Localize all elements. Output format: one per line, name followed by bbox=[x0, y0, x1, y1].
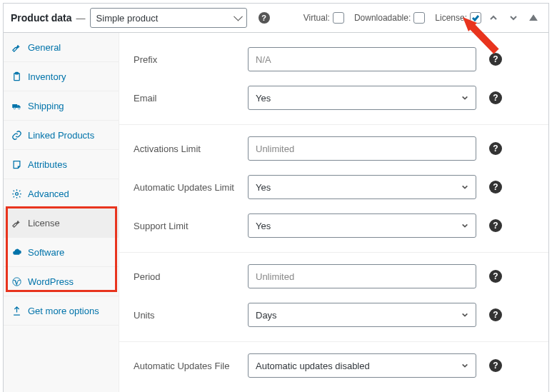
downloadable-label[interactable]: Downloadable: bbox=[354, 12, 425, 24]
svg-point-5 bbox=[18, 107, 20, 109]
svg-point-6 bbox=[15, 192, 18, 195]
help-icon[interactable]: ? bbox=[489, 181, 502, 194]
help-icon[interactable]: ? bbox=[489, 308, 502, 321]
svg-point-4 bbox=[14, 107, 16, 109]
tabs: General Inventory Shipping Linked Produc… bbox=[4, 33, 119, 392]
activations-limit-input[interactable] bbox=[248, 136, 476, 161]
prefix-input[interactable] bbox=[248, 47, 476, 71]
units-label: Units bbox=[134, 310, 241, 321]
period-label: Period bbox=[134, 271, 241, 282]
support-limit-select[interactable]: Yes bbox=[248, 213, 476, 238]
move-up-button[interactable] bbox=[486, 10, 501, 26]
note-icon bbox=[11, 159, 22, 170]
panel-body: General Inventory Shipping Linked Produc… bbox=[4, 33, 548, 392]
units-select[interactable]: Days bbox=[248, 303, 476, 327]
auto-updates-limit-select[interactable]: Yes bbox=[248, 175, 476, 199]
license-checkbox[interactable] bbox=[470, 12, 481, 24]
period-input[interactable] bbox=[248, 264, 476, 288]
svg-marker-0 bbox=[531, 16, 536, 20]
wrench-icon bbox=[11, 41, 22, 53]
tab-attributes[interactable]: Attributes bbox=[4, 150, 119, 179]
virtual-checkbox[interactable] bbox=[333, 12, 344, 24]
activations-limit-label: Activations Limit bbox=[134, 144, 241, 154]
auto-updates-file-label: Automatic Updates File bbox=[134, 361, 241, 371]
move-down-button[interactable] bbox=[506, 10, 521, 26]
help-icon[interactable]: ? bbox=[489, 142, 502, 155]
cloud-icon bbox=[11, 246, 22, 258]
tab-inventory[interactable]: Inventory bbox=[4, 62, 119, 91]
field-period: Period ? bbox=[119, 257, 548, 296]
tab-wordpress[interactable]: WordPress bbox=[4, 267, 119, 296]
truck-icon bbox=[11, 100, 22, 111]
tab-advanced[interactable]: Advanced bbox=[4, 179, 119, 208]
help-icon[interactable]: ? bbox=[489, 53, 502, 66]
fields-area: Prefix ? Email Yes ? Activations Limit ?… bbox=[119, 33, 548, 392]
tab-linked-products[interactable]: Linked Products bbox=[4, 121, 119, 150]
downloadable-checkbox[interactable] bbox=[413, 12, 425, 24]
tab-shipping[interactable]: Shipping bbox=[4, 91, 119, 121]
link-icon bbox=[11, 129, 22, 141]
help-icon[interactable]: ? bbox=[489, 219, 502, 232]
tab-general[interactable]: General bbox=[4, 33, 119, 62]
field-auto-updates-limit: Automatic Updates Limit Yes ? bbox=[119, 168, 548, 206]
email-label: Email bbox=[134, 93, 241, 104]
help-icon[interactable]: ? bbox=[489, 359, 502, 372]
tab-license[interactable]: License bbox=[4, 208, 119, 238]
wordpress-icon bbox=[11, 276, 22, 287]
field-prefix: Prefix ? bbox=[119, 40, 548, 79]
field-email: Email Yes ? bbox=[119, 79, 548, 125]
wrench-icon bbox=[11, 217, 22, 228]
email-select[interactable]: Yes bbox=[248, 86, 476, 110]
dash: — bbox=[76, 13, 86, 24]
product-data-panel: Product data — Simple product ? Virtual:… bbox=[3, 3, 549, 392]
auto-updates-limit-label: Automatic Updates Limit bbox=[134, 182, 241, 193]
clipboard-icon bbox=[11, 71, 22, 82]
auto-updates-file-select[interactable]: Automatic updates disabled bbox=[248, 353, 476, 378]
help-icon[interactable]: ? bbox=[489, 91, 502, 104]
field-units: Units Days ? bbox=[119, 296, 548, 342]
panel-title: Product data bbox=[11, 12, 72, 24]
support-limit-label: Support Limit bbox=[134, 221, 241, 231]
field-support-limit: Support Limit Yes ? bbox=[119, 206, 548, 253]
toggle-panel-button[interactable] bbox=[526, 10, 541, 26]
field-auto-updates-file: Automatic Updates File Automatic updates… bbox=[119, 346, 548, 392]
help-icon[interactable]: ? bbox=[489, 270, 502, 283]
virtual-label[interactable]: Virtual: bbox=[303, 12, 344, 24]
tab-software[interactable]: Software bbox=[4, 238, 119, 267]
license-label[interactable]: License: bbox=[435, 12, 481, 24]
tab-get-more-options[interactable]: Get more options bbox=[4, 296, 119, 326]
prefix-label: Prefix bbox=[134, 54, 241, 65]
help-icon[interactable]: ? bbox=[259, 12, 270, 24]
field-activations-limit: Activations Limit ? bbox=[119, 129, 548, 168]
share-icon bbox=[11, 305, 22, 316]
panel-header: Product data — Simple product ? Virtual:… bbox=[4, 4, 548, 33]
product-type-select[interactable]: Simple product bbox=[90, 8, 247, 28]
gear-icon bbox=[11, 188, 22, 199]
product-type-wrap: Simple product bbox=[90, 8, 247, 28]
